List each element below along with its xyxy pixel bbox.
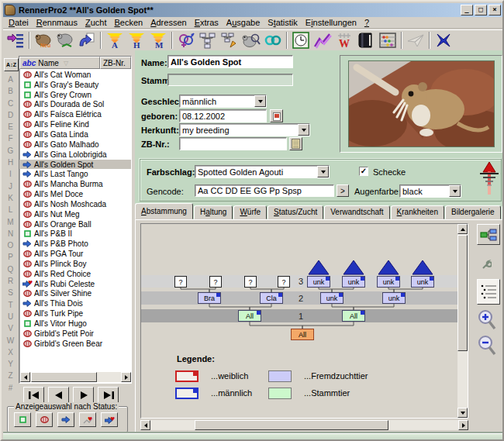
menu-help[interactable]: ? [361,17,373,28]
animal-row[interactable]: All's P&B II [19,229,131,239]
gencode-input[interactable] [195,184,334,197]
letter-index-d[interactable]: D [4,111,17,122]
filter-a-button[interactable]: A [104,31,126,50]
letter-index-o[interactable]: O [4,241,17,253]
tree-vertical-scrollbar[interactable] [457,224,468,418]
tab-haltung[interactable]: Haltung [194,205,233,219]
letter-index-w[interactable]: W [4,336,17,348]
pedigree-node-foreign[interactable]: unk [382,292,406,304]
tab-krankheiten[interactable]: Krankheiten [391,205,444,219]
animal-edit-button[interactable] [54,31,76,50]
menu-becken[interactable]: Becken [110,17,147,28]
scroll-right-icon[interactable] [458,420,468,430]
letter-index-z[interactable]: Z [4,371,17,383]
menu-adressen[interactable]: Adressen [147,17,190,28]
pedigree-node-unknown[interactable]: ? [278,276,290,288]
animal-row[interactable]: ♥All's Rubi Celeste [19,279,131,289]
tab-bemerkungen[interactable]: Bemerkungen [502,205,504,219]
pedigree-node-foreign[interactable]: unk [320,292,343,304]
menu-einstellungen[interactable]: Einstellungen [302,17,361,28]
filter-active-heart-button[interactable]: ♥ [101,412,118,427]
scroll-left-icon[interactable] [140,420,150,430]
letter-index-v[interactable]: V [4,324,17,336]
letter-index-i[interactable]: I [4,170,17,181]
tab-status-zucht[interactable]: Status/Zucht [268,205,323,219]
augenfarbe-select[interactable]: black [399,184,461,198]
pedigree-node-unknown[interactable]: ? [209,276,222,288]
animal-search-button[interactable] [240,31,262,50]
herkunft-select[interactable]: my breeding [179,123,310,136]
animal-photo[interactable] [348,60,495,147]
animal-row[interactable]: All's Turk Pipe [19,308,131,319]
animal-row[interactable]: All's Plinck Boy [19,259,131,269]
animal-row[interactable]: All's PGA Tour [19,249,131,259]
herkunft-dropdown-icon[interactable] [298,124,309,136]
gencode-expand-button[interactable]: > [337,184,349,197]
pedigree-node-foreign[interactable]: unk [342,276,365,288]
menu-extras[interactable]: Extras [191,17,223,28]
letter-index-m[interactable]: M [4,218,17,229]
tree-hscroll-thumb[interactable] [195,420,388,430]
animal-row[interactable]: All's Cat Woman [19,70,131,80]
animal-row[interactable]: All's Thia Dois [19,298,131,308]
name-column-header[interactable]: abc Name ▽ [19,57,100,69]
menu-rennmaus[interactable]: Rennmaus [33,17,81,28]
tab-bildergalerie[interactable]: Bildergalerie [445,205,501,219]
animal-row[interactable]: All's Gata Linda [19,129,131,140]
filter-given-button[interactable] [36,412,53,427]
animal-row[interactable]: All's Vitor Hugo [19,319,131,329]
clock-button[interactable] [290,31,312,50]
animal-row[interactable]: All's P&B Photo [19,239,131,249]
menu-zucht[interactable]: Zucht [81,17,111,28]
augenfarbe-dropdown-icon[interactable] [449,185,461,197]
pedigree-node-foreign[interactable]: Bra [198,292,221,304]
title-bar[interactable]: RennerPro2 **All's Golden Spot** _ □ × [3,3,502,17]
list-settings-button[interactable] [477,279,500,305]
animal-row[interactable]: All's Grey Crown [19,90,131,100]
tab-verwandtschaft[interactable]: Verwandtschaft [324,205,389,219]
geboren-input[interactable] [179,109,267,122]
exit-x-button[interactable] [433,31,454,50]
zbnr-input[interactable] [179,137,287,150]
next-record-button[interactable] [73,387,94,403]
animal-row[interactable]: All's Silver Shine [19,289,131,299]
name-input[interactable] [167,55,293,68]
animal-new-button[interactable]: Neu [33,31,54,50]
zoom-in-icon[interactable] [475,308,499,332]
animal-transfer-button[interactable] [76,31,98,50]
letter-index-n[interactable]: N [4,229,17,241]
list-horizontal-scrollbar[interactable] [20,372,131,382]
animal-row[interactable]: Girbld's Green Bear [19,339,131,349]
scroll-left-icon[interactable] [20,372,30,382]
pedigree-node-unknown[interactable]: ? [174,276,187,288]
letter-index-r[interactable]: R [4,277,17,288]
letter-index-b[interactable]: B [4,87,17,98]
tree-horizontal-scrollbar[interactable] [140,420,468,430]
pedigree-chart-button[interactable] [197,31,219,50]
letter-index-k[interactable]: K [4,194,17,205]
menu-ausgabe[interactable]: Ausgabe [223,17,264,28]
pedigree-node-foreign[interactable]: unk [307,276,330,288]
alphabet-sort-button[interactable]: A↕Z [4,58,19,71]
filter-h-button[interactable]: H [126,31,147,50]
abacus-button[interactable] [377,31,399,50]
pedigree-tree-view[interactable]: ????unkunkunkunkBraClaunkunkAllAllAll321… [140,223,468,419]
letter-index-a[interactable]: A [4,75,17,87]
animal-row[interactable]: All's Faísca Elétrica [19,109,131,119]
zbnr-column-header[interactable]: ZB-Nr. [100,57,131,69]
letter-index-s[interactable]: S [4,288,17,300]
animal-list-button[interactable] [5,31,26,50]
animal-row[interactable]: All's Mancha Burma [19,179,131,189]
tab-abstammung[interactable]: Abstammung [135,203,193,219]
animal-row[interactable]: All's Gato Malhado [19,140,131,150]
pedigree-node-stock[interactable]: All [342,310,365,322]
letter-index-p[interactable]: P [4,253,17,264]
scroll-up-icon[interactable] [457,224,468,234]
list-hscroll-thumb[interactable] [31,372,97,382]
send-plane-button[interactable] [405,31,426,50]
animal-row[interactable]: All's Golden Spot [19,160,131,170]
previous-record-button[interactable] [48,387,69,403]
animal-row[interactable]: All's Gina Lolobrigida [19,150,131,160]
schecke-checkbox[interactable]: ✓ [359,167,368,176]
geschlecht-select[interactable]: männlich [179,95,267,108]
